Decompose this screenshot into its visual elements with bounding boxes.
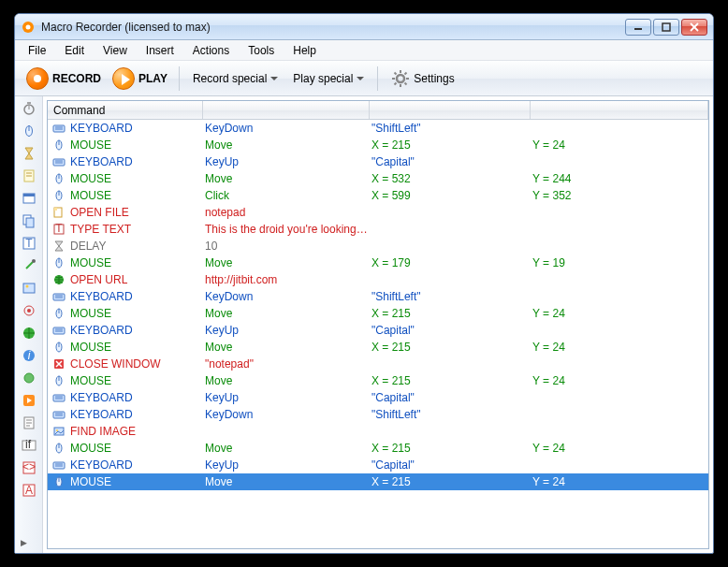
photo-icon[interactable] [21,280,37,297]
play-special-dropdown[interactable]: Play special [287,68,370,89]
cell-action: Move [203,307,370,320]
cell-command: MOUSE [68,172,203,185]
table-row[interactable]: MOUSEMoveX = 532Y = 244 [48,170,708,187]
cell-param2: Y = 24 [531,307,708,320]
svg-text:T: T [25,237,33,250]
cell-param2: Y = 24 [531,138,708,152]
table-row[interactable]: KEYBOARDKeyUp"Capital" [48,457,708,473]
record-button[interactable]: RECORD [22,65,105,92]
svg-line-13 [405,72,407,74]
svg-line-11 [395,72,397,74]
table-row[interactable]: FIND IMAGE [48,423,708,440]
table-row[interactable]: MOUSEMoveX = 215Y = 24 [48,372,708,389]
cell-param2: Y = 24 [531,475,708,488]
svg-text:if: if [25,438,32,451]
svg-point-34 [27,309,31,313]
table-row[interactable]: MOUSEMoveX = 179Y = 19 [48,254,708,271]
cell-action: Move [203,256,370,269]
run-icon[interactable] [21,392,37,409]
mouse-icon[interactable] [21,123,37,139]
note-icon[interactable] [21,167,37,184]
globe-icon[interactable] [21,325,37,342]
menu-view[interactable]: View [94,42,137,59]
table-row[interactable]: KEYBOARDKeyUp"Capital" [48,322,708,339]
table-row[interactable]: MOUSEMoveX = 215Y = 24 [48,137,708,153]
table-row[interactable]: TTYPE TEXTThis is the droid you're looki… [48,221,708,238]
target-icon[interactable] [21,302,37,319]
column-header-3[interactable] [370,101,531,119]
cell-command: MOUSE [68,256,203,269]
content-area: Tiif<>A▶ Command KEYBOARDKeyDown"ShiftLe… [15,96,713,553]
cell-command: KEYBOARD [68,408,203,421]
eyedropper-icon[interactable] [21,257,37,274]
font-icon[interactable]: A [21,482,37,499]
table-row[interactable]: MOUSEMoveX = 215Y = 24 [48,440,708,457]
table-row[interactable]: MOUSEMoveX = 215Y = 24 [48,305,708,322]
timer-icon[interactable] [21,100,37,117]
close-button[interactable] [681,19,707,36]
table-row[interactable]: DELAY10 [48,238,708,254]
cell-param1: X = 215 [370,475,531,488]
app-window: Macro Recorder (licensed to max) File Ed… [14,13,714,554]
cell-param2: Y = 352 [531,189,708,202]
row-icon [51,189,66,202]
chevron-down-icon [357,77,364,80]
table-row[interactable]: MOUSEClickX = 599Y = 352 [48,187,708,204]
record-special-dropdown[interactable]: Record special [187,68,284,89]
cell-action: notepad [203,206,370,219]
cell-command: MOUSE [68,475,203,488]
play-icon [112,67,135,90]
info-icon[interactable]: i [21,347,37,364]
cell-param1: "Capital" [370,155,531,168]
cell-param2: Y = 24 [531,341,708,354]
cell-action: KeyDown [203,408,370,421]
table-row[interactable]: MOUSEMoveX = 215Y = 24 [48,473,708,490]
hourglass-icon[interactable] [21,145,37,162]
cell-param1: X = 215 [370,442,531,455]
cell-command: OPEN FILE [68,206,203,219]
text-icon[interactable]: T [21,235,37,252]
script-icon[interactable] [21,414,37,431]
table-row[interactable]: KEYBOARDKeyDown"ShiftLeft" [48,120,708,137]
table-row[interactable]: MOUSEMoveX = 215Y = 24 [48,339,708,356]
menu-insert[interactable]: Insert [137,42,183,59]
play-label: PLAY [138,72,167,85]
cell-param1: "ShiftLeft" [370,408,531,421]
menu-tools[interactable]: Tools [239,42,284,59]
row-icon [51,206,66,219]
if-icon[interactable]: if [21,437,37,454]
settings-button[interactable]: Settings [386,65,459,92]
table-row[interactable]: KEYBOARDKeyDown"ShiftLeft" [48,288,708,305]
column-header-command[interactable]: Command [48,101,203,119]
cell-command: OPEN URL [68,273,203,286]
table-row[interactable]: OPEN URLhttp://jitbit.com [48,271,708,288]
svg-point-1 [26,24,31,29]
chevron-down-icon [270,77,278,80]
row-icon [51,273,66,286]
column-header-2[interactable] [203,101,370,119]
menu-help[interactable]: Help [284,42,326,59]
code-icon[interactable]: <> [21,459,37,476]
column-header-4[interactable] [531,101,708,119]
titlebar[interactable]: Macro Recorder (licensed to max) [15,14,713,40]
copy-icon[interactable] [21,212,37,229]
sphere-icon[interactable] [21,370,37,386]
cell-action: Move [203,475,370,488]
list-header[interactable]: Command [48,101,708,120]
menu-actions[interactable]: Actions [183,42,239,59]
table-row[interactable]: OPEN FILEnotepad [48,204,708,221]
play-button[interactable]: PLAY [109,65,171,92]
cell-action: http://jitbit.com [203,273,370,286]
table-row[interactable]: KEYBOARDKeyUp"Capital" [48,389,708,406]
window-icon[interactable] [21,190,37,207]
menu-edit[interactable]: Edit [55,42,94,59]
cell-command: KEYBOARD [68,155,203,168]
table-row[interactable]: KEYBOARDKeyDown"ShiftLeft" [48,406,708,423]
table-row[interactable]: KEYBOARDKeyUp"Capital" [48,153,708,170]
sidebar-expand[interactable]: ▶ [21,538,37,547]
maximize-button[interactable] [653,19,679,36]
menu-file[interactable]: File [19,42,55,59]
cell-param2: Y = 19 [531,256,708,269]
minimize-button[interactable] [625,19,651,36]
table-row[interactable]: CLOSE WINDOW"notepad" [48,356,708,372]
